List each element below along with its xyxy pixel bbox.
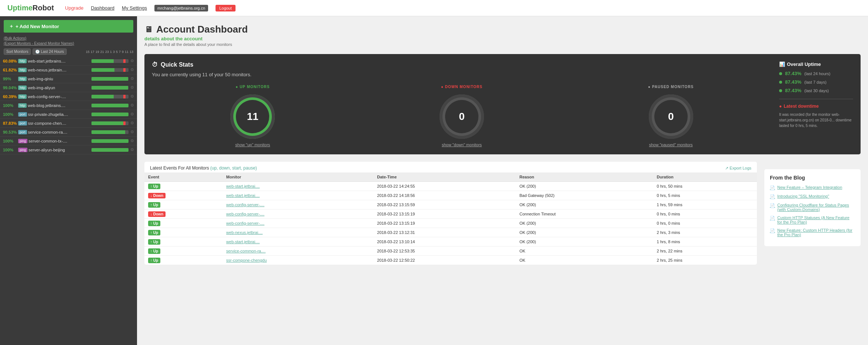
paused-circle-bg: 0: [649, 94, 693, 139]
monitor-list-item[interactable]: 61.82% http web-nexus.jetbrain.... ⚙: [0, 66, 137, 74]
paused-label: ● PAUSED MONITORS: [570, 85, 772, 89]
events-column-header: Event: [144, 172, 223, 182]
gear-icon[interactable]: ⚙: [130, 67, 134, 72]
export-monitors-link[interactable]: (Export Monitors - Expand Monitor Names): [4, 41, 74, 46]
monitor-type-tag: http: [18, 68, 27, 72]
events-header: Latest Events For All Monitors (up, down…: [144, 162, 757, 172]
monitor-type-tag: http: [18, 86, 27, 90]
uptime-pct: 87.43%: [785, 71, 801, 76]
monitor-list-item[interactable]: 100% ping server-aliyun-beijing ⚙: [0, 145, 137, 154]
page-subtitle: details about the account: [144, 36, 861, 41]
logout-button[interactable]: Logout: [216, 5, 236, 11]
blog-item[interactable]: 📄 New Feature – Telegram Integration: [770, 185, 855, 190]
monitor-cell: web-nexus.jetbrai....: [223, 228, 373, 237]
monitor-link[interactable]: web-config-server-....: [226, 221, 264, 225]
gear-icon[interactable]: ⚙: [130, 76, 134, 81]
uptime-period: (last 30 days): [804, 88, 829, 93]
show-up-link[interactable]: show "up" monitors: [152, 143, 354, 147]
event-badge: ↑ Up: [148, 221, 160, 226]
paused-dot-icon: ●: [648, 85, 652, 89]
monitor-pct: 100%: [3, 148, 17, 152]
monitor-link[interactable]: service-common-ra....: [226, 249, 266, 253]
monitor-link[interactable]: web-nexus.jetbrai....: [226, 230, 263, 235]
time-tick: 23: [105, 50, 109, 54]
blog-section: From the Blog 📄 New Feature – Telegram I…: [764, 169, 861, 246]
monitor-link[interactable]: web-start.jetbrai....: [226, 240, 260, 244]
monitor-uptime-bar: [91, 59, 128, 63]
upgrade-link[interactable]: Upgrade: [65, 5, 84, 11]
monitor-list-item[interactable]: 60.39% http web-config-server-.... ⚙: [0, 92, 137, 101]
monitor-link[interactable]: web-config-server-....: [226, 202, 264, 207]
monitor-name: ssr-compone-chen....: [28, 121, 90, 125]
monitor-uptime-bar: [91, 104, 128, 107]
dashboard-link[interactable]: Dashboard: [91, 5, 114, 11]
monitor-bar-fill: [91, 130, 125, 134]
monitor-pct: 61.82%: [3, 68, 17, 72]
blog-item-link[interactable]: Custom HTTP Statuses (A New Feature for …: [777, 215, 855, 224]
monitor-uptime-bar: [91, 130, 128, 134]
monitor-list-item[interactable]: 99.04% http web-img-aliyun ⚙: [0, 83, 137, 92]
gear-icon[interactable]: ⚙: [130, 103, 134, 108]
monitor-type-tag: port: [18, 121, 27, 125]
blog-item-link[interactable]: New Feature: Custom HTTP Headers (for th…: [777, 228, 855, 237]
gear-icon[interactable]: ⚙: [130, 147, 134, 152]
monitor-list-item[interactable]: 99% http web-img-qiniu ⚙: [0, 74, 137, 83]
blog-item[interactable]: 📄 Configuring Cloudflare for Status Page…: [770, 203, 855, 212]
show-down-link[interactable]: show "down" monitors: [361, 143, 563, 147]
duration-cell: 0 hrs, 50 mins: [653, 182, 757, 191]
my-settings-link[interactable]: My Settings: [122, 5, 147, 11]
events-column-header: Date-Time: [373, 172, 515, 182]
export-icon: ↗: [725, 166, 730, 170]
monitor-list-item[interactable]: 60.08% http web-start.jetbrains.... ⚙: [0, 57, 137, 66]
add-monitor-button[interactable]: ＋ + Add New Monitor: [4, 20, 133, 33]
paused-monitors-box: ● PAUSED MONITORS 0 show "paused" monito…: [570, 85, 772, 147]
monitor-cell: web-start.jetbrai....: [223, 182, 373, 191]
blog-item[interactable]: 📄 Custom HTTP Statuses (A New Feature fo…: [770, 215, 855, 224]
monitor-link[interactable]: web-start.jetbrai....: [226, 193, 260, 198]
sort-monitors-button[interactable]: Sort Monitors: [4, 48, 31, 55]
show-paused-link[interactable]: show "paused" monitors: [570, 143, 772, 147]
monitor-cell: web-config-server-....: [223, 219, 373, 228]
blog-item[interactable]: 📄 Introducing "SSL Monitoring": [770, 194, 855, 199]
table-row: ↑ Up service-common-ra.... 2018-03-22 12…: [144, 247, 757, 256]
monitor-list: 60.08% http web-start.jetbrains.... ⚙ 61…: [0, 57, 137, 345]
monitor-link[interactable]: web-config-server-....: [226, 212, 264, 216]
gear-icon[interactable]: ⚙: [130, 138, 134, 143]
monitor-bar-fill: [91, 86, 128, 90]
blog-item-link[interactable]: Configuring Cloudflare for Status Pages …: [777, 203, 855, 212]
gear-icon[interactable]: ⚙: [130, 94, 134, 99]
event-badge: ↑ Up: [148, 248, 160, 254]
gear-icon[interactable]: ⚙: [130, 112, 134, 117]
monitor-list-item[interactable]: 100% http web-blog.jetbrains.... ⚙: [0, 101, 137, 110]
monitor-name: web-config-server-....: [28, 94, 90, 99]
gear-icon[interactable]: ⚙: [130, 58, 134, 63]
monitor-link[interactable]: web-start.jetbrai....: [226, 184, 260, 188]
events-table: EventMonitorDate-TimeReasonDuration ↑ Up…: [144, 172, 757, 265]
datetime-cell: 2018-03-22 13:15:19: [373, 210, 515, 219]
monitor-list-item[interactable]: 100% ping server-common-tx-.... ⚙: [0, 137, 137, 145]
doc-icon: 📄: [770, 216, 775, 221]
bulk-actions[interactable]: (Bulk Actions): [0, 36, 137, 41]
blog-item-link[interactable]: New Feature – Telegram Integration: [777, 185, 842, 190]
gear-icon[interactable]: ⚙: [130, 121, 134, 125]
monitor-uptime-bar: [91, 121, 128, 125]
uptime-item: 87.43% (last 30 days): [779, 88, 853, 93]
monitor-list-item[interactable]: 90.53% port service-common-ra.... ⚙: [0, 128, 137, 137]
monitor-list-item[interactable]: 87.83% port ssr-compone-chen.... ⚙: [0, 119, 137, 128]
reason-cell: OK (200): [516, 219, 653, 228]
page-header: 🖥 Account Dashboard details about the ac…: [144, 24, 861, 47]
last-24-hours-button[interactable]: 🕐 Last 24 Hours: [33, 48, 66, 55]
monitor-type-tag: port: [18, 112, 27, 117]
event-cell: ↓ Down: [144, 191, 223, 200]
time-tick: 1: [110, 50, 112, 54]
down-circle-bg: 0: [440, 94, 484, 139]
monitor-list-item[interactable]: 100% port ssr-private-zhugelia.... ⚙: [0, 110, 137, 119]
gear-icon[interactable]: ⚙: [130, 85, 134, 90]
monitor-link[interactable]: ssr-compone-chengdu: [226, 258, 267, 262]
blog-item[interactable]: 📄 New Feature: Custom HTTP Headers (for …: [770, 228, 855, 237]
export-logs-link[interactable]: ↗ Export Logs: [725, 166, 751, 171]
gear-icon[interactable]: ⚙: [130, 130, 134, 134]
events-filter-link[interactable]: (up, down, start, pause): [210, 165, 257, 171]
event-cell: ↑ Up: [144, 182, 223, 191]
blog-item-link[interactable]: Introducing "SSL Monitoring": [777, 194, 829, 198]
